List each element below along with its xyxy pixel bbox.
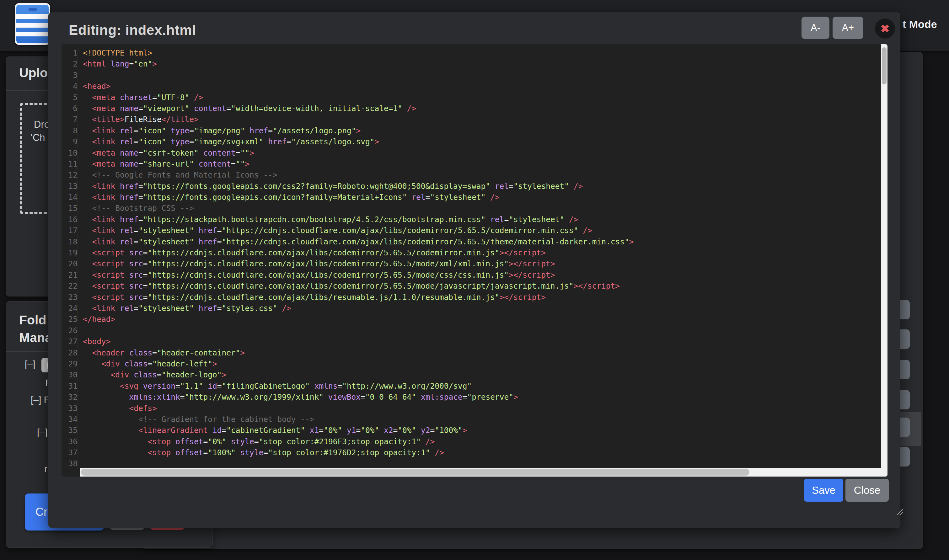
folder-card-title-line1: Fold	[19, 313, 46, 328]
dropzone-text-line1: Dro	[34, 119, 49, 130]
line-number-gutter: 1234567891011121314151617181920212223242…	[62, 48, 78, 469]
font-increase-button[interactable]: A+	[833, 17, 863, 39]
edit-file-modal: Editing: index.html A- A+ ✖ 123456789101…	[48, 12, 900, 528]
close-icon[interactable]: ✖	[875, 18, 895, 38]
horizontal-scrollbar-thumb[interactable]	[81, 469, 749, 475]
code-editor[interactable]: 1234567891011121314151617181920212223242…	[62, 44, 887, 477]
close-button[interactable]: Close	[846, 479, 889, 502]
vertical-scrollbar[interactable]	[881, 44, 887, 477]
screen: t Mode Uplo Dro 'Ch Fold Mana [–] ( F [–…	[0, 0, 949, 560]
folder-tree-item[interactable]: r	[44, 463, 48, 474]
folder-tree-item[interactable]: [–]	[37, 427, 48, 438]
folder-tree-item[interactable]: [–]	[25, 359, 35, 369]
horizontal-scrollbar[interactable]	[80, 468, 881, 477]
filerise-logo[interactable]	[15, 3, 50, 45]
dropzone-text-line2: 'Ch	[31, 132, 45, 143]
vertical-scrollbar-thumb[interactable]	[882, 48, 887, 85]
code-lines[interactable]: <!DOCTYPE html><html lang="en"><head> <m…	[83, 48, 633, 469]
logo-stripe	[16, 32, 49, 36]
folder-tree-item[interactable]: [–] F	[31, 394, 49, 405]
modal-title: Editing: index.html	[69, 18, 196, 42]
save-button[interactable]: Save	[804, 479, 843, 502]
folder-card-title-line2: Mana	[19, 330, 52, 345]
logo-drawer-handle-icon	[29, 8, 37, 11]
theme-mode-label[interactable]: t Mode	[903, 18, 937, 31]
font-decrease-button[interactable]: A-	[801, 17, 829, 39]
upload-card-title: Uplo	[19, 66, 48, 80]
logo-stripe	[16, 14, 49, 19]
logo-stripe	[16, 23, 49, 28]
